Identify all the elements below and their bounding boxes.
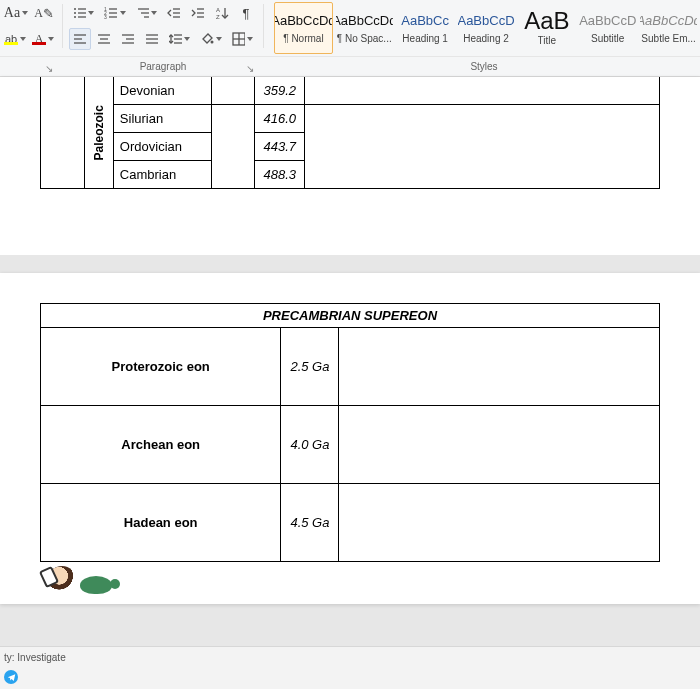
- accessibility-status[interactable]: ty: Investigate: [4, 652, 66, 663]
- shading-button[interactable]: [196, 28, 225, 50]
- decrease-indent-button[interactable]: [163, 2, 185, 24]
- font-size-glyph: Aa: [4, 5, 20, 21]
- age-cell: 488.3: [255, 161, 305, 189]
- document-area[interactable]: Paleozoic Devonian 359.2 Silurian 416.0 …: [0, 77, 700, 646]
- line-spacing-icon: [169, 32, 182, 46]
- svg-point-4: [74, 16, 76, 18]
- page-1: Paleozoic Devonian 359.2 Silurian 416.0 …: [0, 77, 700, 255]
- svg-point-39: [211, 41, 214, 44]
- borders-icon: [232, 32, 245, 46]
- outdent-icon: [167, 6, 181, 20]
- style-subtle-emphasis[interactable]: AaBbCcDd Subtle Em...: [639, 2, 698, 54]
- font-dialog-launcher[interactable]: ↘: [43, 62, 55, 74]
- borders-button[interactable]: [228, 28, 257, 50]
- age-cell: 359.2: [255, 77, 305, 105]
- styles-group-label: Styles: [470, 61, 497, 72]
- justify-button[interactable]: [141, 28, 163, 50]
- align-center-icon: [97, 32, 111, 46]
- svg-text:Z: Z: [216, 14, 220, 20]
- style-normal[interactable]: AaBbCcDd ¶ Normal: [274, 2, 333, 54]
- table-row[interactable]: Hadean eon 4.5 Ga: [41, 484, 660, 562]
- align-right-button[interactable]: [117, 28, 139, 50]
- page-gap: [0, 255, 700, 273]
- person-icon: [48, 566, 76, 594]
- svg-text:3: 3: [104, 14, 107, 20]
- align-right-icon: [121, 32, 135, 46]
- paragraph-group-label: Paragraph: [140, 61, 187, 72]
- text-highlight-button[interactable]: ab: [2, 28, 28, 50]
- table-row[interactable]: Paleozoic Devonian 359.2: [41, 77, 660, 105]
- line-spacing-button[interactable]: [165, 28, 194, 50]
- period-cell: Ordovician: [113, 133, 211, 161]
- align-center-button[interactable]: [93, 28, 115, 50]
- age-cell: 416.0: [255, 105, 305, 133]
- increase-indent-button[interactable]: [187, 2, 209, 24]
- telegram-icon[interactable]: [4, 670, 18, 684]
- table-row[interactable]: Silurian 416.0: [41, 105, 660, 133]
- period-cell: Devonian: [113, 77, 211, 105]
- table-row[interactable]: Archean eon 4.0 Ga: [41, 406, 660, 484]
- multilevel-list-button[interactable]: [132, 2, 161, 24]
- eraser-icon: ✎: [43, 6, 54, 21]
- multilevel-icon: [136, 6, 149, 20]
- indent-icon: [191, 6, 205, 20]
- table-row[interactable]: Proterozoic eon 2.5 Ga: [41, 328, 660, 406]
- style-heading-1[interactable]: AaBbCc Heading 1: [396, 2, 455, 54]
- justify-icon: [145, 32, 159, 46]
- font-color-button[interactable]: A: [30, 28, 56, 50]
- paleozoic-table[interactable]: Paleozoic Devonian 359.2 Silurian 416.0 …: [40, 77, 660, 189]
- group-separator: [62, 4, 63, 48]
- style-title[interactable]: AaB Title: [517, 2, 576, 54]
- age-cell: 2.5 Ga: [281, 328, 339, 406]
- bullets-icon: [73, 6, 86, 20]
- svg-point-0: [74, 8, 76, 10]
- paint-bucket-icon: [200, 32, 213, 46]
- sort-icon: AZ: [215, 6, 229, 20]
- precambrian-table[interactable]: PRECAMBRIAN SUPEREON Proterozoic eon 2.5…: [40, 303, 660, 562]
- age-cell: 4.0 Ga: [281, 406, 339, 484]
- status-bar: ty: Investigate: [0, 646, 700, 689]
- eon-cell: Hadean eon: [41, 484, 281, 562]
- bullets-button[interactable]: [69, 2, 98, 24]
- pilcrow-icon: ¶: [242, 6, 249, 21]
- clear-formatting-button[interactable]: A ✎: [32, 2, 56, 24]
- style-subtitle[interactable]: AaBbCcD Subtitle: [578, 2, 637, 54]
- numbering-icon: 123: [104, 6, 117, 20]
- eon-cell: Archean eon: [41, 406, 281, 484]
- paragraph-dialog-launcher[interactable]: ↘: [244, 62, 256, 74]
- svg-point-2: [74, 12, 76, 14]
- age-cell: 4.5 Ga: [281, 484, 339, 562]
- ribbon: Aa A ✎ ab A: [0, 0, 700, 77]
- page-2: PRECAMBRIAN SUPEREON Proterozoic eon 2.5…: [0, 273, 700, 604]
- numbering-button[interactable]: 123: [100, 2, 129, 24]
- styles-gallery[interactable]: AaBbCcDd ¶ Normal AaBbCcDd ¶ No Spac... …: [268, 0, 700, 56]
- sort-button[interactable]: AZ: [211, 2, 233, 24]
- show-hide-marks-button[interactable]: ¶: [235, 2, 257, 24]
- era-cell: Paleozoic: [84, 77, 113, 189]
- font-size-step-button[interactable]: Aa: [2, 2, 30, 24]
- paragraph-group: 123 AZ ¶: [67, 0, 259, 56]
- turtle-icon: [80, 576, 112, 594]
- align-left-button[interactable]: [69, 28, 91, 50]
- align-left-icon: [73, 32, 87, 46]
- eon-cell: Proterozoic eon: [41, 328, 281, 406]
- svg-text:A: A: [216, 7, 220, 13]
- style-no-spacing[interactable]: AaBbCcDd ¶ No Spac...: [335, 2, 394, 54]
- group-separator: [263, 4, 264, 48]
- period-cell: Cambrian: [113, 161, 211, 189]
- style-heading-2[interactable]: AaBbCcD Heading 2: [457, 2, 516, 54]
- font-group: Aa A ✎ ab A: [0, 0, 58, 56]
- avatar-sticker: [48, 566, 700, 594]
- age-cell: 443.7: [255, 133, 305, 161]
- period-cell: Silurian: [113, 105, 211, 133]
- supereon-title: PRECAMBRIAN SUPEREON: [41, 304, 660, 328]
